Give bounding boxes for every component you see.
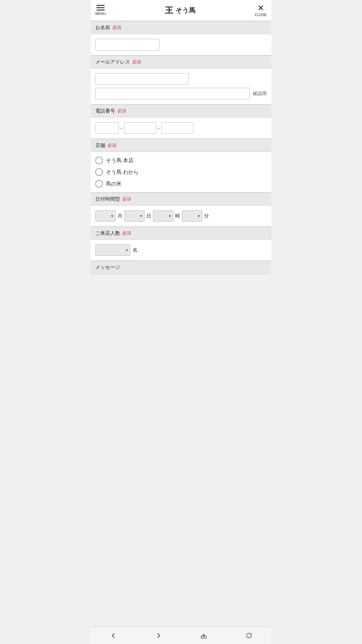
guests-section-header: ご来店人数 必須: [91, 227, 271, 240]
phone-section-header: 電話番号 必須: [91, 104, 271, 118]
app-header: MENU 王 そう馬 ✕ CLOSE: [91, 0, 271, 21]
store-option-3[interactable]: 馬の米: [95, 180, 267, 188]
datetime-required-badge: 必須: [122, 196, 131, 202]
store-option-1-label: そう馬 本店: [106, 157, 133, 164]
close-icon: ✕: [257, 4, 264, 12]
email-required-badge: 必須: [132, 59, 141, 65]
name-section-header: お名前 必須: [91, 21, 271, 34]
email-section-body: 確認用: [91, 69, 271, 104]
radio-circle-1: [95, 157, 103, 164]
email-confirm-input[interactable]: [95, 88, 250, 99]
phone-input-3[interactable]: [161, 122, 194, 134]
page-content: お名前 必須 メールアドレス 必須 確認用 電話番号 必須 - -: [91, 21, 271, 294]
hour-select-wrapper: ▼: [153, 210, 173, 222]
store-required-badge: 必須: [108, 143, 116, 148]
name-label: お名前: [95, 24, 110, 31]
menu-button[interactable]: MENU: [95, 5, 106, 16]
phone-required-badge: 必須: [117, 108, 126, 114]
phone-separator-2: -: [158, 125, 160, 132]
month-select[interactable]: [95, 210, 116, 222]
store-label: 店舗: [95, 142, 105, 149]
guests-unit: 名: [133, 247, 138, 253]
logo-icon: 王: [165, 5, 173, 16]
day-select[interactable]: [124, 210, 145, 222]
close-label: CLOSE: [255, 13, 267, 17]
email-confirm-row: 確認用: [95, 88, 267, 99]
confirm-label: 確認用: [253, 91, 267, 97]
store-option-2-label: そう馬 わから: [106, 169, 139, 176]
store-option-2[interactable]: そう馬 わから: [95, 168, 267, 176]
message-section-header: メッセージ: [91, 261, 271, 274]
hour-select[interactable]: [153, 210, 173, 222]
min-unit: 分: [204, 213, 209, 219]
store-option-3-label: 馬の米: [106, 180, 122, 187]
name-section-body: [91, 34, 271, 55]
name-input[interactable]: [95, 39, 159, 50]
hour-unit: 時: [175, 213, 180, 219]
guests-select[interactable]: [95, 244, 130, 256]
phone-inputs: - -: [95, 122, 267, 134]
month-select-wrapper: ▼: [95, 210, 116, 222]
datetime-section-header: 日付時間型 必須: [91, 192, 271, 206]
day-select-wrapper: ▼: [124, 210, 145, 222]
email-section-header: メールアドレス 必須: [91, 55, 271, 69]
datetime-label: 日付時間型: [95, 196, 120, 202]
guests-section-body: ▼ 名: [91, 240, 271, 261]
radio-circle-2: [95, 168, 103, 176]
email-input[interactable]: [95, 73, 189, 85]
phone-input-1[interactable]: [95, 122, 119, 134]
phone-section-body: - -: [91, 118, 271, 139]
phone-label: 電話番号: [95, 108, 115, 114]
email-label: メールアドレス: [95, 59, 130, 65]
logo-text: そう馬: [175, 6, 195, 15]
month-unit: 月: [117, 213, 122, 219]
store-options: そう馬 本店 そう馬 わから 馬の米: [91, 152, 271, 192]
radio-circle-3: [95, 180, 103, 188]
phone-input-2[interactable]: [124, 122, 156, 134]
phone-separator-1: -: [120, 125, 122, 132]
email-inputs: 確認用: [95, 73, 267, 99]
datetime-section-body: ▼ 月 ▼ 日 ▼ 時 ▼ 分: [91, 206, 271, 227]
store-section-header: 店舗 必須: [91, 139, 271, 152]
store-option-1[interactable]: そう馬 本店: [95, 157, 267, 164]
app-logo: 王 そう馬: [165, 5, 195, 16]
message-label: メッセージ: [95, 265, 120, 270]
guests-required-badge: 必須: [122, 230, 131, 236]
min-select[interactable]: [182, 210, 202, 222]
menu-label: MENU: [95, 12, 106, 16]
guests-label: ご来店人数: [95, 230, 120, 237]
guests-select-wrapper: ▼: [95, 244, 130, 256]
min-select-wrapper: ▼: [182, 210, 202, 222]
name-required-badge: 必須: [113, 25, 121, 30]
day-unit: 日: [146, 213, 151, 219]
hamburger-icon: [96, 5, 105, 10]
close-button[interactable]: ✕ CLOSE: [255, 4, 267, 17]
